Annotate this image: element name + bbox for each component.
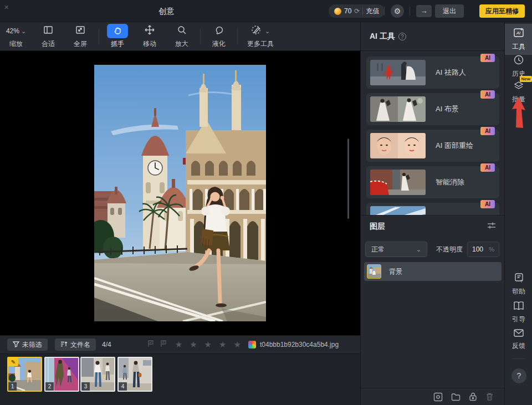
- sidebar-item-help[interactable]: ? 帮助: [505, 273, 532, 296]
- ai-tools-list: AI 祛路人 AI AI 布景 AI AI 面部重绘 AI 智能消除 AI: [361, 51, 505, 215]
- layer-settings-icon[interactable]: [487, 222, 496, 232]
- canvas-area[interactable]: [0, 51, 360, 335]
- opacity-unit: %: [489, 246, 494, 253]
- coin-icon: [334, 8, 341, 15]
- filmstrip: ✎ 1 2 3: [0, 353, 360, 405]
- sidebar-item-history[interactable]: 历史: [505, 54, 532, 79]
- star-icon[interactable]: ★: [190, 340, 197, 350]
- new-adjustment-icon[interactable]: [433, 392, 443, 402]
- sort-button[interactable]: 文件名: [55, 339, 96, 351]
- top-bar: ✕ 创意 70 ⟳ 充值 ⚙ → 退出 应用至精修: [0, 0, 532, 22]
- filmstrip-thumbnail[interactable]: 3: [80, 357, 115, 392]
- tool-hand[interactable]: 抓手: [101, 24, 134, 49]
- fullscreen-icon: [75, 25, 85, 37]
- tool-fit-label: 合适: [42, 39, 55, 49]
- layer-thumbnail: [367, 264, 381, 279]
- question-button[interactable]: ?: [511, 368, 526, 383]
- divider: [237, 29, 238, 44]
- color-label-icon[interactable]: [248, 341, 256, 348]
- tool-label: 智能消除: [436, 177, 464, 187]
- page-title: 创意: [150, 0, 183, 22]
- tool-fit[interactable]: 合适: [32, 24, 64, 49]
- refresh-icon[interactable]: ⟳: [354, 7, 360, 15]
- ai-badge: AI: [480, 163, 495, 172]
- tool-zoom[interactable]: 42%⌄ 缩放: [0, 24, 32, 49]
- lock-icon[interactable]: [469, 392, 477, 401]
- canvas-scrollbar[interactable]: [347, 139, 349, 219]
- flag-pick-icon[interactable]: [147, 340, 155, 350]
- tool-zoom-label: 缩放: [9, 39, 23, 49]
- tool-thumbnail: [370, 96, 426, 122]
- new-folder-icon[interactable]: [451, 393, 461, 401]
- ai-tool-partial[interactable]: AI: [366, 203, 499, 215]
- filter-icon: [13, 341, 19, 349]
- star-icon[interactable]: ★: [219, 340, 226, 350]
- filmstrip-thumbnail[interactable]: 2: [44, 357, 79, 392]
- tool-fullscreen[interactable]: 全屏: [64, 24, 96, 49]
- credits-count: 70: [344, 7, 351, 15]
- sidebar-item-guide[interactable]: 引导: [505, 301, 532, 324]
- tool-label: AI 祛路人: [436, 68, 466, 78]
- blend-row: 正常 ⌄ 不透明度 100 %: [361, 242, 505, 257]
- star-icon[interactable]: ★: [204, 340, 212, 350]
- ai-badge: AI: [480, 127, 495, 135]
- tool-more[interactable]: ⌄ 更多工具: [240, 24, 281, 49]
- guide-book-icon: [513, 301, 524, 313]
- blend-mode-select[interactable]: 正常 ⌄: [365, 242, 427, 257]
- close-icon[interactable]: ✕: [4, 4, 9, 11]
- filmstrip-toolbar: 未筛选 文件名 4/4 ★ ★ ★ ★ ★ t04bbb1b92b30c4a5b…: [0, 335, 360, 353]
- help-circle-icon[interactable]: ?: [398, 33, 406, 40]
- star-icon[interactable]: ★: [175, 340, 182, 350]
- tool-hand-label: 抓手: [111, 39, 124, 49]
- layer-row-background[interactable]: 背景: [364, 262, 502, 281]
- credits-pill[interactable]: 70 ⟳ 充值: [329, 4, 385, 18]
- tool-move-label: 移动: [143, 39, 156, 49]
- hand-icon: [107, 24, 128, 38]
- sidebar-label: 工具: [512, 42, 525, 52]
- star-icon[interactable]: ★: [234, 340, 241, 350]
- history-clock-icon: [513, 54, 524, 68]
- gear-icon[interactable]: ⚙: [391, 4, 404, 18]
- filter-button[interactable]: 未筛选: [7, 339, 48, 351]
- sidebar-item-feedback[interactable]: 反馈: [505, 329, 532, 351]
- trash-icon[interactable]: [485, 392, 494, 401]
- exit-button[interactable]: 退出: [435, 4, 464, 18]
- chevron-down-icon: ⌄: [265, 29, 270, 33]
- ai-tool-face-repaint[interactable]: AI 面部重绘 AI: [366, 130, 499, 162]
- new-badge: New: [520, 76, 532, 82]
- tool-thumbnail: [370, 170, 426, 195]
- filmstrip-thumbnail[interactable]: 4: [117, 357, 152, 392]
- red-arrow-annotation: [511, 96, 526, 131]
- sidebar-label: 引导: [512, 315, 525, 324]
- filmstrip-thumbnail[interactable]: ✎ 1: [7, 357, 42, 392]
- tool-liquify[interactable]: 液化: [203, 24, 235, 49]
- apply-to-retouch-button[interactable]: 应用至精修: [479, 4, 525, 18]
- recharge-button[interactable]: 充值: [366, 7, 379, 16]
- divider: [410, 7, 410, 16]
- liquify-icon: [214, 25, 224, 37]
- tool-move[interactable]: 移动: [134, 24, 166, 49]
- tool-magnify-label: 放大: [175, 39, 188, 49]
- toolbar: 42%⌄ 缩放 合适 全屏 抓手 移动 放大 液化 ⌄ 更多工具: [0, 22, 360, 51]
- canvas-photo[interactable]: [94, 65, 266, 321]
- sidebar-item-tools[interactable]: Ai 工具: [505, 24, 532, 55]
- layers-header: 图层: [361, 215, 505, 237]
- thumbnail-number: 4: [119, 382, 127, 391]
- opacity-value: 100: [472, 245, 483, 253]
- tool-thumbnail: [370, 133, 426, 158]
- svg-text:Ai: Ai: [516, 30, 520, 35]
- ai-badge: AI: [480, 200, 495, 208]
- ai-tool-scene[interactable]: AI 布景 AI: [366, 93, 499, 125]
- layers-title: 图层: [370, 222, 385, 232]
- tool-magnify[interactable]: 放大: [166, 24, 198, 49]
- more-tools-icon: [251, 25, 262, 37]
- opacity-input[interactable]: 100 %: [467, 242, 499, 257]
- tool-more-label: 更多工具: [247, 39, 274, 49]
- flag-reject-icon[interactable]: [160, 340, 167, 350]
- tool-liquify-label: 液化: [212, 39, 226, 49]
- divider: [362, 8, 363, 14]
- ai-tool-smart-remove[interactable]: 智能消除 AI: [366, 166, 499, 198]
- editing-pencil-badge: ✎: [8, 358, 18, 366]
- ai-tool-remove-passersby[interactable]: AI 祛路人 AI: [366, 57, 499, 89]
- forward-arrow-button[interactable]: →: [416, 5, 432, 17]
